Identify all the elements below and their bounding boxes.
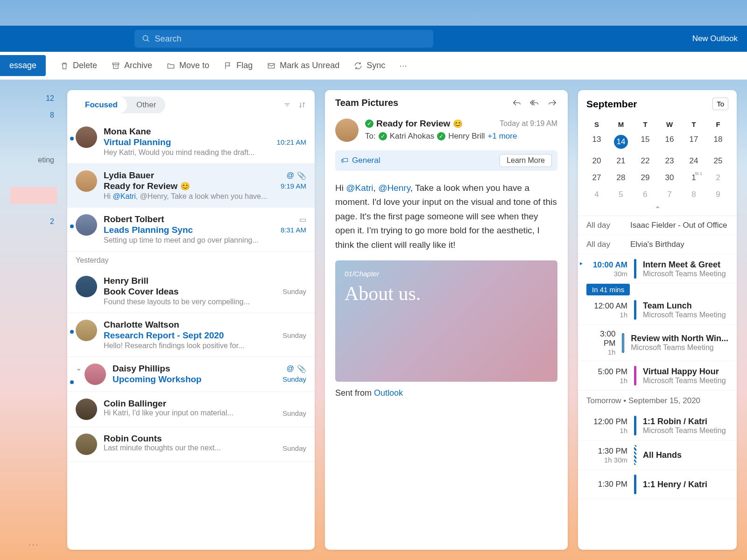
message-item[interactable]: Mona Kane Virtual Planning10:21 AM Hey K… (67, 120, 315, 164)
attachment-preview[interactable]: 01/Chapter About us. (335, 260, 557, 382)
attach-title: About us. (345, 282, 548, 305)
more-button[interactable]: ··· (399, 60, 407, 71)
flag-icon (223, 61, 233, 70)
tab-focused[interactable]: Focused (76, 97, 127, 113)
subject: Book Cover Ideas (104, 287, 179, 297)
tag-icon: 🏷 (341, 156, 348, 165)
time: Sunday (282, 444, 306, 452)
recipient[interactable]: Henry Brill (448, 132, 485, 141)
nav-item-selected[interactable] (10, 187, 57, 204)
message-item[interactable]: Robin Counts Last minute thoughts our th… (67, 427, 315, 462)
tab-other[interactable]: Other (127, 97, 166, 113)
more-recipients[interactable]: +1 more (488, 132, 517, 141)
svg-line-1 (147, 40, 149, 42)
moveto-button[interactable]: Move to (166, 61, 209, 70)
unread-dot (70, 224, 74, 228)
section-yesterday: Yesterday (67, 252, 315, 269)
unread-button[interactable]: Mark as Unread (267, 61, 339, 70)
toolbar: essage Delete Archive Move to Flag Mark … (0, 52, 747, 80)
nav-item-meeting[interactable]: eting (10, 152, 57, 168)
recipient[interactable]: Katri Ahokas (390, 132, 434, 141)
calendar-month: September (586, 98, 712, 110)
svg-rect-3 (268, 63, 274, 68)
sender: Colin Ballinger (104, 399, 166, 409)
avatar (76, 170, 97, 192)
time: Sunday (282, 409, 306, 417)
search-input[interactable]: Search (134, 30, 433, 48)
new-message-button[interactable]: essage (0, 55, 46, 76)
avatar (76, 320, 97, 341)
check-icon: ✓ (379, 132, 387, 140)
preview: Last minute thoughts our the next... (104, 444, 221, 452)
svg-point-0 (143, 35, 148, 41)
nav-count-2[interactable]: 8 (10, 107, 57, 124)
unread-dot (70, 380, 74, 384)
time: Sunday (282, 375, 306, 383)
message-time: Today at 9:19 AM (500, 119, 557, 128)
nav-count-1[interactable]: 12 (10, 90, 57, 107)
calendar-event[interactable]: 1:30 PM 1:1 Henry / Katri (578, 470, 737, 499)
attachment-icon: 📎 (297, 171, 306, 180)
subject: Ready for Review 😊 (104, 181, 190, 191)
chevron-down-icon[interactable]: ⌄ (76, 364, 82, 385)
message-item[interactable]: Robert Tolbert▭ Leads Planning Sync8:31 … (67, 208, 315, 252)
flag-button[interactable]: Flag (223, 61, 253, 70)
calendar-pane: September To SMTWTF 131415161718 2021222… (578, 90, 737, 550)
check-icon: ✓ (437, 132, 445, 140)
message-item[interactable]: Henry Brill Book Cover IdeasSunday Found… (67, 269, 315, 313)
new-outlook-toggle[interactable]: New Outlook (692, 34, 738, 43)
message-item[interactable]: Colin Ballinger Hi Katri, I'd like your … (67, 392, 315, 427)
calendar-dow: SMTWTF (585, 118, 730, 131)
message-body: Hi @Katri, @Henry, Take a look when you … (325, 173, 568, 260)
sender: Robin Counts (104, 434, 162, 444)
calendar-event[interactable]: 5:00 PM1h Virtual Happy HourMicrosoft Te… (578, 361, 737, 391)
message-item[interactable]: Lydia Bauer@📎 Ready for Review 😊9:19 AM … (67, 164, 315, 208)
calendar-event[interactable]: 12:00 PM1h 1:1 Robin / KatriMicrosoft Te… (578, 411, 737, 441)
nav-more[interactable]: ··· (10, 539, 57, 550)
mail-icon (267, 61, 276, 70)
time: Sunday (282, 287, 306, 295)
tag-label[interactable]: General (352, 156, 496, 165)
preview: Found these layouts to be very compellin… (104, 298, 306, 306)
svg-rect-2 (113, 63, 119, 64)
mention-icon: @ (287, 364, 294, 373)
calendar-days[interactable]: 131415161718 202122232425 272829301St 12… (585, 131, 730, 203)
time: 10:21 AM (277, 138, 306, 146)
reply-all-icon[interactable] (529, 98, 540, 108)
forward-icon[interactable] (547, 98, 557, 108)
sync-icon (353, 61, 363, 70)
folder-icon (166, 61, 176, 70)
time: 9:19 AM (281, 182, 306, 190)
message-item[interactable]: ⌄ Daisy Phillips@📎 Upcoming WorkshopSund… (67, 357, 315, 392)
calendar-event[interactable]: 1:30 PM1h 30m All Hands (578, 441, 737, 470)
collapse-icon[interactable]: ⌃ (585, 203, 730, 216)
message-subject: Ready for Review (376, 119, 450, 129)
calendar-event[interactable]: 12:00 AM1h Team LunchMicrosoft Teams Mee… (578, 295, 737, 325)
learn-more-button[interactable]: Learn More (500, 154, 552, 167)
allday-event[interactable]: All dayElvia's Birthday (578, 235, 737, 254)
calendar-event[interactable]: 10:00 AM30m Intern Meet & GreetMicrosoft… (578, 254, 737, 284)
today-button[interactable]: To (712, 98, 728, 110)
outlook-link[interactable]: Outlook (374, 388, 403, 398)
archive-button[interactable]: Archive (111, 61, 152, 70)
preview: Setting up time to meet and go over plan… (104, 236, 306, 245)
reply-icon[interactable] (512, 98, 522, 108)
sync-button[interactable]: Sync (353, 61, 385, 70)
subject: Leads Planning Sync (104, 225, 193, 235)
message-item[interactable]: Charlotte Waltson Research Report - Sept… (67, 313, 315, 357)
delete-button[interactable]: Delete (60, 61, 97, 70)
filter-icon[interactable] (283, 101, 291, 109)
search-icon (142, 35, 150, 43)
preview: Hey Katri, Would you mind reading the dr… (104, 148, 306, 157)
avatar (76, 126, 97, 148)
unread-dot (70, 137, 74, 140)
time: Sunday (282, 331, 306, 339)
allday-event[interactable]: All dayIsaac Fielder - Out of Office (578, 216, 737, 235)
preview: Hi @Katri, @Henry, Take a look when you … (104, 192, 306, 201)
nav-count-3[interactable]: 2 (10, 213, 57, 230)
preview: Hi Katri, I'd like your input on materia… (104, 409, 233, 417)
sort-icon[interactable] (298, 101, 306, 109)
calendar-event[interactable]: 3:00 PM1h Review with North Win...Micros… (578, 325, 737, 361)
calendar-icon: ▭ (299, 215, 306, 224)
avatar (76, 276, 97, 297)
